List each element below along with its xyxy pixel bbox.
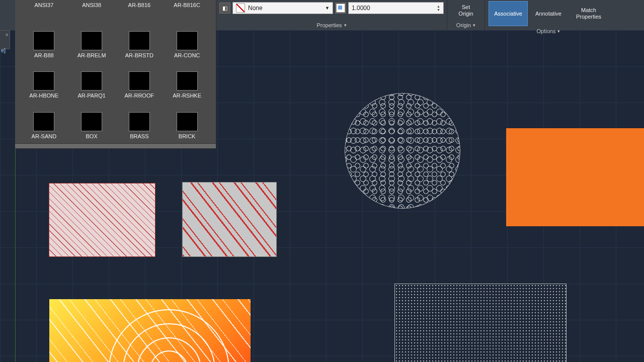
viewport-bracket-text: e]: [1, 47, 6, 53]
set-origin-button[interactable]: Set Origin: [451, 1, 481, 20]
chevron-down-icon: ▼: [325, 6, 330, 11]
hatch-scale-icon[interactable]: [335, 3, 346, 14]
pattern-thumb-icon: [81, 71, 102, 90]
pattern-swatch-ar-conc[interactable]: AR-CONC: [163, 19, 211, 59]
pattern-thumb-icon: [33, 31, 54, 50]
match-properties-button[interactable]: Match Properties: [569, 1, 608, 26]
hatch-color-dropdown[interactable]: None ▼: [232, 2, 333, 14]
pattern-swatch[interactable]: AR-B816: [116, 0, 164, 8]
pattern-thumb-icon: [81, 112, 102, 131]
pattern-swatch-ar-rshke[interactable]: AR-RSHKE: [163, 59, 211, 100]
hatch-scale-input[interactable]: 1.0000 ▲▼: [348, 2, 444, 14]
pattern-thumb-icon: [129, 112, 150, 131]
ribbon-group-label-properties[interactable]: Properties: [316, 21, 346, 30]
ribbon-group-label-origin[interactable]: Origin: [456, 21, 475, 30]
pattern-swatch-brass[interactable]: BRASS: [116, 100, 164, 140]
pattern-thumb-icon: [177, 71, 198, 90]
pattern-thumb-icon: [129, 71, 150, 90]
pattern-thumb-icon: [129, 31, 150, 50]
ribbon-group-origin: Set Origin Origin: [447, 0, 485, 30]
hatch-rect-dots[interactable]: [395, 284, 566, 362]
none-swatch-icon: [236, 4, 245, 13]
pattern-swatch-ar-parq1[interactable]: AR-PARQ1: [68, 59, 116, 100]
pattern-thumb-icon: [33, 71, 54, 90]
hatch-color-icon[interactable]: ◧: [219, 3, 230, 14]
pattern-thumb-icon: [177, 112, 198, 131]
pattern-swatch-ar-b88[interactable]: AR-B88: [20, 19, 68, 59]
ribbon-group-properties: ◧ None ▼ 1.0000 ▲▼ Properties: [216, 0, 447, 30]
hatch-rect-orange-solid[interactable]: [506, 128, 644, 226]
pattern-swatch-ar-rroof[interactable]: AR-RROOF: [116, 59, 164, 100]
annotative-button[interactable]: Annotative: [529, 1, 568, 26]
pattern-swatch-box[interactable]: BOX: [68, 100, 116, 140]
pattern-swatch-ar-sand[interactable]: AR-SAND: [20, 100, 68, 140]
pattern-swatch-ar-brstd[interactable]: AR-BRSTD: [116, 19, 164, 59]
pattern-swatch-ar-brelm[interactable]: AR-BRELM: [68, 19, 116, 59]
pattern-thumb-icon: [177, 31, 198, 50]
file-tab-stub[interactable]: ×: [0, 30, 10, 49]
associative-button[interactable]: Associative: [489, 1, 528, 26]
hatch-rect-pink-crosshatch[interactable]: [49, 184, 155, 256]
close-icon[interactable]: ×: [6, 32, 9, 38]
ribbon-group-label-options[interactable]: Options: [537, 27, 560, 36]
hatch-color-value: None: [248, 5, 263, 12]
hatch-pattern-grid: ANSI37 ANSI38 AR-B816 AR-B816C AR-B88 AR…: [15, 0, 216, 143]
hatch-scale-value: 1.0000: [352, 5, 370, 12]
hatch-panel-scrollbar[interactable]: [15, 143, 216, 148]
pattern-swatch-brick[interactable]: BRICK: [163, 100, 211, 140]
hatch-rect-gradient[interactable]: [49, 299, 251, 362]
pattern-swatch-ar-hbone[interactable]: AR-HBONE: [20, 59, 68, 100]
concentric-rings: [109, 309, 229, 362]
hatch-pattern-panel: ANSI37 ANSI38 AR-B816 AR-B816C AR-B88 AR…: [15, 0, 216, 149]
spinner-icon[interactable]: ▲▼: [437, 5, 440, 12]
pattern-thumb-icon: [33, 112, 54, 131]
pattern-swatch[interactable]: ANSI38: [68, 0, 116, 8]
hatch-circle-cellular[interactable]: [345, 93, 460, 209]
pattern-swatch[interactable]: AR-B816C: [163, 0, 211, 8]
pattern-thumb-icon: [81, 31, 102, 50]
pattern-swatch[interactable]: ANSI37: [20, 0, 68, 8]
hatch-rect-diagonal-stripe[interactable]: [183, 183, 276, 256]
ribbon-group-options: Associative Annotative Match Properties …: [485, 0, 612, 30]
